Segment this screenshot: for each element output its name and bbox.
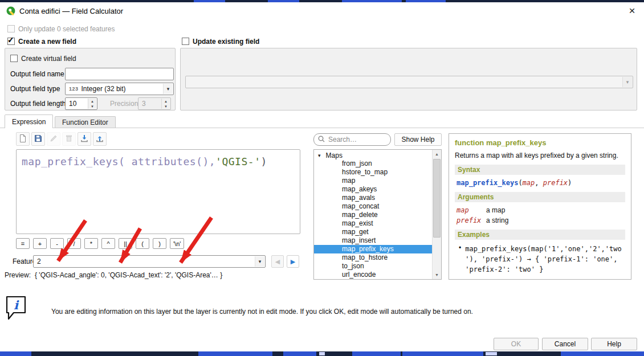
integer-type-icon: 123	[69, 86, 79, 92]
precision-spinner: 3 ▲▼	[138, 97, 171, 110]
example-item: • map_prefix_keys(map('1','one','2','two…	[459, 244, 625, 275]
tree-scrollbar[interactable]: ▲ ▼	[432, 150, 441, 279]
backdrop-shape	[486, 352, 497, 355]
previous-feature-button: ◀	[271, 255, 284, 268]
function-help-title: function map_prefix_keys	[455, 138, 625, 147]
checkbox-label: Only update 0 selected features	[18, 25, 115, 33]
new-field-group: Create virtual field Output field name O…	[5, 48, 176, 111]
function-item[interactable]: map_concat	[314, 202, 432, 211]
new-expression-button[interactable]	[16, 132, 30, 146]
operator-button[interactable]: '\n'	[170, 238, 184, 249]
tree-group-maps[interactable]: ▾ Maps	[314, 151, 432, 159]
function-item[interactable]: to_json	[314, 262, 432, 271]
help-button[interactable]: Help	[591, 338, 637, 350]
new-file-icon	[18, 134, 27, 145]
import-expressions-button[interactable]	[78, 132, 91, 146]
expander-icon[interactable]: ▾	[318, 153, 321, 158]
checkbox-label[interactable]: Update existing field	[193, 38, 259, 46]
function-item-selected[interactable]: map_prefix_keys	[314, 245, 432, 253]
tree-group-label[interactable]: Maps	[326, 152, 343, 159]
checkbox-label[interactable]: Create a new field	[18, 38, 76, 46]
next-feature-button[interactable]: ▶	[287, 255, 299, 268]
function-item[interactable]: map_insert	[314, 236, 432, 245]
scrollbar-thumb[interactable]	[433, 159, 441, 238]
function-item[interactable]: map_delete	[314, 211, 432, 219]
qgis-logo-icon	[6, 6, 15, 15]
operator-button[interactable]: )	[153, 238, 166, 249]
code-function: map_prefix_keys( attributes(),	[22, 156, 215, 167]
spin-up-icon[interactable]: ▲	[88, 99, 96, 104]
existing-field-select: ▾	[185, 76, 633, 88]
operator-button[interactable]: /	[67, 238, 81, 249]
function-item[interactable]: url_encode	[314, 271, 432, 279]
code-string: 'QGIS-'	[215, 156, 260, 167]
feature-select[interactable]: 2 ▾	[33, 255, 266, 268]
function-item[interactable]: map_akeys	[314, 185, 432, 194]
arguments-heading: Arguments	[455, 192, 625, 202]
only-update-checkbox: Only update 0 selected features	[7, 25, 115, 33]
function-item[interactable]: hstore_to_map	[314, 168, 432, 177]
checkbox-box[interactable]	[182, 38, 189, 45]
close-button[interactable]: ×	[625, 3, 639, 18]
function-item[interactable]: from_json	[314, 159, 432, 168]
tab-expression[interactable]: Expression	[5, 114, 53, 128]
update-existing-field-checkbox[interactable]: Update existing field	[182, 38, 259, 46]
syntax-heading: Syntax	[455, 165, 625, 175]
backdrop-shape	[0, 351, 31, 356]
create-virtual-field-checkbox[interactable]: Create virtual field	[10, 55, 76, 63]
function-tree[interactable]: ▾ Maps from_json hstore_to_map map map_a…	[313, 149, 442, 280]
output-field-type-select[interactable]: 123 Integer (32 bit) ▾	[65, 83, 174, 95]
argument-name: map	[456, 206, 486, 214]
create-new-field-checkbox[interactable]: ✓Create a new field	[7, 38, 76, 46]
spinner-buttons: ▲▼	[161, 99, 170, 109]
output-field-length-spinner[interactable]: 10 ▲▼	[65, 97, 97, 110]
export-expressions-button[interactable]	[93, 132, 107, 146]
spinner-buttons[interactable]: ▲▼	[88, 99, 96, 109]
show-help-button[interactable]: Show Help	[394, 133, 442, 146]
argument-row: prefix a string	[456, 216, 625, 224]
search-input[interactable]	[328, 136, 387, 144]
field-calculator-dialog: Conta edifici — Field Calculator × Only …	[0, 2, 644, 351]
syntax-arg: map	[523, 179, 535, 187]
operator-button[interactable]: -	[50, 238, 64, 249]
operator-button[interactable]: ^	[101, 238, 115, 249]
output-field-name-input[interactable]	[65, 68, 174, 80]
function-item[interactable]: map_exist	[314, 219, 432, 228]
chevron-down-icon: ▾	[163, 84, 173, 94]
checkbox-label[interactable]: Create virtual field	[21, 55, 76, 63]
scroll-up-button[interactable]: ▲	[433, 150, 441, 158]
argument-description: a string	[486, 216, 508, 224]
function-tree-list: ▾ Maps from_json hstore_to_map map map_a…	[314, 150, 432, 279]
checkbox-box[interactable]: ✓	[7, 38, 15, 45]
expression-editor[interactable]: map_prefix_keys( attributes(),'QGIS-')	[16, 149, 300, 234]
backdrop-shape	[402, 351, 483, 356]
operator-button[interactable]: ||	[119, 238, 132, 249]
search-icon	[317, 135, 325, 145]
import-arrow-icon	[80, 134, 89, 145]
function-item[interactable]: map	[314, 177, 432, 185]
function-item[interactable]: map_to_hstore	[314, 253, 432, 262]
syntax-code: map_prefix_keys(map, prefix)	[456, 179, 625, 187]
update-existing-group: ▾	[180, 48, 637, 111]
operator-button[interactable]: (	[136, 238, 149, 249]
chevron-down-icon: ▾	[255, 256, 264, 267]
save-expression-button[interactable]	[31, 132, 45, 146]
syntax-arg: prefix	[543, 179, 568, 187]
cancel-button[interactable]: Cancel	[542, 338, 588, 350]
delete-expression-button	[62, 132, 76, 146]
tab-function-editor[interactable]: Function Editor	[55, 116, 116, 128]
operator-button[interactable]: =	[16, 238, 30, 249]
operator-button[interactable]: *	[84, 238, 98, 249]
function-search-box[interactable]	[313, 133, 391, 146]
operator-button[interactable]: +	[33, 238, 47, 249]
bullet-icon: •	[459, 244, 461, 275]
ok-button: OK	[494, 338, 539, 350]
function-item[interactable]: map_get	[314, 228, 432, 236]
checkbox-box[interactable]	[10, 55, 18, 62]
scroll-down-button[interactable]: ▼	[433, 271, 441, 279]
spin-down-icon: ▼	[162, 104, 170, 109]
expression-toolbar	[16, 132, 107, 146]
spinner-value: 3	[142, 100, 146, 108]
function-item[interactable]: map_avals	[314, 194, 432, 202]
spin-down-icon[interactable]: ▼	[88, 104, 96, 109]
